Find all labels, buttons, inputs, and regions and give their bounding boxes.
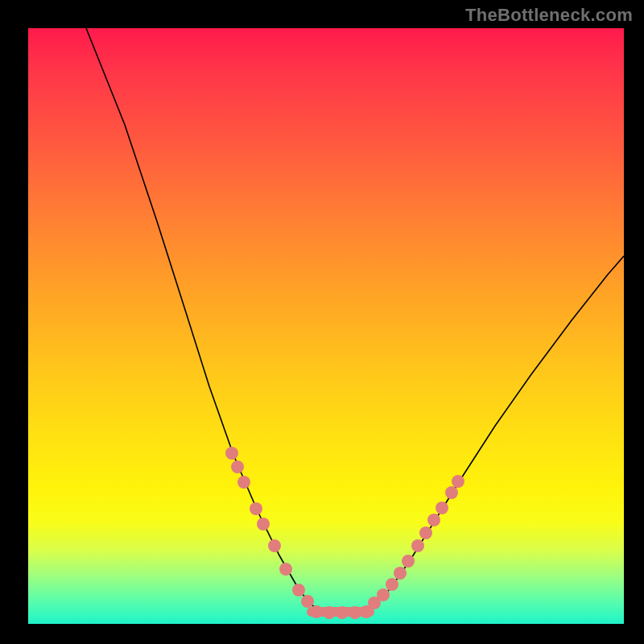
data-dot bbox=[257, 518, 270, 530]
data-dot bbox=[310, 605, 323, 618]
data-dot bbox=[250, 502, 262, 515]
data-dot bbox=[436, 502, 448, 514]
data-dot bbox=[419, 526, 432, 539]
bottleneck-curve-left bbox=[86, 28, 318, 609]
data-dots-group bbox=[225, 447, 464, 619]
data-dot bbox=[349, 606, 361, 619]
data-dot bbox=[268, 539, 281, 552]
data-dot bbox=[386, 578, 398, 591]
data-dot bbox=[377, 588, 390, 601]
data-dot bbox=[445, 486, 458, 499]
data-dot bbox=[394, 567, 407, 580]
data-dot bbox=[279, 563, 292, 576]
data-dot bbox=[336, 606, 349, 619]
curve-layer bbox=[28, 28, 624, 624]
data-dot bbox=[427, 514, 440, 526]
data-dot bbox=[402, 555, 415, 568]
data-dot bbox=[292, 584, 305, 597]
data-dot bbox=[452, 475, 464, 488]
chart-stage: TheBottleneck.com bbox=[0, 0, 644, 644]
data-dot bbox=[225, 447, 238, 460]
data-dot bbox=[360, 605, 373, 618]
data-dot bbox=[231, 460, 244, 473]
data-dot bbox=[323, 606, 336, 619]
watermark-text: TheBottleneck.com bbox=[465, 5, 633, 26]
data-dot bbox=[411, 539, 424, 552]
data-dot bbox=[301, 595, 314, 608]
data-dot bbox=[237, 476, 250, 489]
